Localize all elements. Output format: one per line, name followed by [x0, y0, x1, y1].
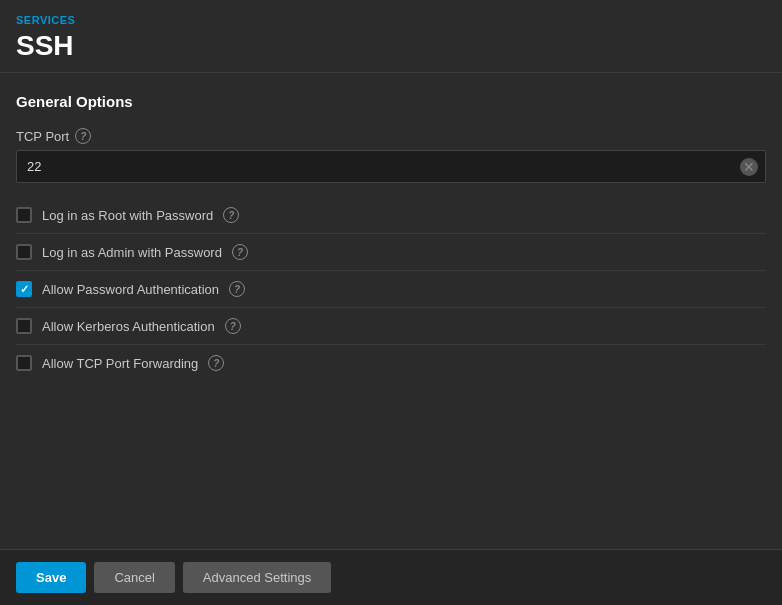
page-wrapper: SERVICES SSH General Options TCP Port ? …	[0, 0, 782, 605]
footer: Save Cancel Advanced Settings	[0, 549, 782, 605]
allow-tcp-help-icon[interactable]: ?	[208, 355, 224, 371]
allow-password-help-icon[interactable]: ?	[229, 281, 245, 297]
tcp-port-input-wrapper: ✕	[16, 150, 766, 183]
checkbox-row-allow-password: Allow Password Authentication ?	[16, 271, 766, 308]
tcp-port-help-icon[interactable]: ?	[75, 128, 91, 144]
tcp-port-clear-button[interactable]: ✕	[740, 158, 758, 176]
checkbox-allow-kerberos[interactable]	[16, 318, 32, 334]
section-title: General Options	[16, 93, 766, 110]
login-root-help-icon[interactable]: ?	[223, 207, 239, 223]
cancel-button[interactable]: Cancel	[94, 562, 174, 593]
tcp-port-label-row: TCP Port ?	[16, 128, 766, 144]
tcp-port-group: TCP Port ? ✕	[16, 128, 766, 183]
checkboxes-container: Log in as Root with Password ? Log in as…	[16, 197, 766, 381]
checkbox-login-root[interactable]	[16, 207, 32, 223]
checkbox-row-login-root: Log in as Root with Password ?	[16, 197, 766, 234]
checkbox-row-login-admin: Log in as Admin with Password ?	[16, 234, 766, 271]
save-button[interactable]: Save	[16, 562, 86, 593]
header: SERVICES SSH	[0, 0, 782, 72]
tcp-port-label: TCP Port	[16, 129, 69, 144]
checkbox-label-allow-tcp: Allow TCP Port Forwarding	[42, 356, 198, 371]
checkbox-label-allow-password: Allow Password Authentication	[42, 282, 219, 297]
checkbox-row-allow-kerberos: Allow Kerberos Authentication ?	[16, 308, 766, 345]
tcp-port-input[interactable]	[16, 150, 766, 183]
allow-kerberos-help-icon[interactable]: ?	[225, 318, 241, 334]
checkbox-label-login-root: Log in as Root with Password	[42, 208, 213, 223]
checkbox-row-allow-tcp: Allow TCP Port Forwarding ?	[16, 345, 766, 381]
checkbox-login-admin[interactable]	[16, 244, 32, 260]
services-label: SERVICES	[16, 14, 766, 26]
checkbox-label-login-admin: Log in as Admin with Password	[42, 245, 222, 260]
page-title: SSH	[16, 30, 766, 62]
advanced-settings-button[interactable]: Advanced Settings	[183, 562, 331, 593]
content-area: General Options TCP Port ? ✕ Log in as R…	[0, 73, 782, 549]
checkbox-label-allow-kerberos: Allow Kerberos Authentication	[42, 319, 215, 334]
checkbox-allow-tcp[interactable]	[16, 355, 32, 371]
login-admin-help-icon[interactable]: ?	[232, 244, 248, 260]
checkbox-allow-password[interactable]	[16, 281, 32, 297]
